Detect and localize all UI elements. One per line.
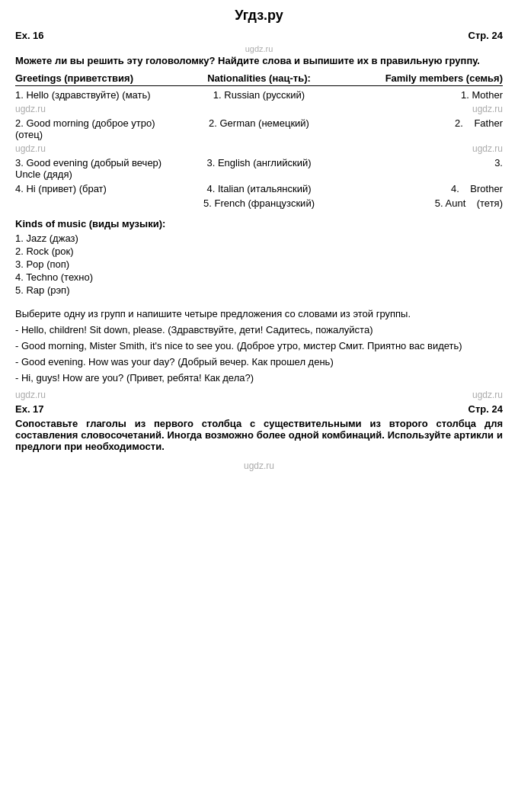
list-item: 2. Rock (рок) (15, 246, 503, 257)
watermark-mid2: ugdz.ru ugdz.ru (15, 143, 503, 154)
table-row: 4. Hi (привет) (брат) 4. Italian (италья… (15, 183, 503, 194)
cell-nationalities-5: 5. French (французский) (177, 197, 340, 209)
wm-left2: ugdz.ru (15, 143, 46, 154)
sentence-1: - Hello, children! Sit down, please. (Зд… (15, 324, 503, 335)
ex16-header: Ex. 16 Стр. 24 (15, 30, 503, 41)
cell-nationalities-3: 3. English (английский) (177, 157, 340, 168)
col-nationalities-header: Nationalities (нац-ть): (177, 72, 340, 84)
table-body: 1. Hello (здравствуйте) (мать) 1. Russia… (15, 89, 503, 209)
wm-bottom: ugdz.ru (244, 461, 274, 471)
cell-family-5: 5. Aunt (тетя) (341, 197, 503, 209)
list-item: 4. Techno (техно) (15, 271, 503, 283)
music-list: 1. Jazz (джаз) 2. Rock (рок) 3. Pop (поп… (15, 233, 503, 296)
ex17-label: Ex. 17 (15, 403, 44, 415)
col-family-header: Family members (семья) (341, 72, 503, 84)
table-header: Greetings (приветствия) Nationalities (н… (15, 72, 503, 86)
watermark-pre-ex17: ugdz.ru ugdz.ru (15, 390, 503, 400)
cell-family-3: 3. (341, 157, 503, 168)
cell-family-4: 4. Brother (341, 183, 503, 194)
cell-nationalities-2: 2. German (немецкий) (177, 117, 340, 129)
cell-family-2: 2. Father (341, 117, 503, 129)
site-header: Угдз.ру (15, 8, 503, 24)
ex17-page: Стр. 24 (468, 403, 503, 415)
table-row: 2. Good morning (доброе утро) (отец) 2. … (15, 117, 503, 140)
sentences-section: Выберите одну из групп и напишите четыре… (15, 308, 503, 384)
table-row: 3. Good evening (добрый вечер) Uncle (дя… (15, 157, 503, 180)
cell-greetings-2: 2. Good morning (доброе утро) (отец) (15, 117, 177, 140)
cell-greetings-1: 1. Hello (здравствуйте) (мать) (15, 89, 177, 101)
ex16-instruction: Можете ли вы решить эту головоломку? Най… (15, 55, 503, 66)
cell-nationalities-4: 4. Italian (итальянский) (177, 183, 340, 194)
music-section: Kinds of music (виды музыки): 1. Jazz (д… (15, 218, 503, 296)
wm-right-ex17: ugdz.ru (472, 390, 503, 400)
table-row: 5. French (французский) 5. Aunt (тетя) (15, 197, 503, 209)
table-row: 1. Hello (здравствуйте) (мать) 1. Russia… (15, 89, 503, 101)
sentence-4: - Hi, guys! How are you? (Привет, ребята… (15, 372, 503, 384)
watermark-bottom: ugdz.ru (15, 460, 503, 471)
wm-left: ugdz.ru (15, 104, 46, 114)
cell-nationalities-1: 1. Russian (русский) (177, 89, 340, 101)
col-greetings-header: Greetings (приветствия) (15, 72, 177, 84)
list-item: 3. Pop (поп) (15, 258, 503, 270)
cell-family-1: 1. Mother (341, 89, 503, 101)
watermark-mid1: ugdz.ru ugdz.ru (15, 104, 503, 114)
watermark-top: ugdz.ru (15, 44, 503, 53)
sentences-intro: Выберите одну из групп и напишите четыре… (15, 308, 503, 319)
site-title: Угдз.ру (15, 8, 503, 24)
wm-left-ex17: ugdz.ru (15, 390, 46, 400)
list-item: 1. Jazz (джаз) (15, 233, 503, 244)
sentence-2: - Good morning, Mister Smith, it's nice … (15, 340, 503, 351)
cell-greetings-4: 4. Hi (привет) (брат) (15, 183, 177, 194)
wm-right2: ugdz.ru (472, 143, 503, 154)
ex17-header: Ex. 17 Стр. 24 (15, 403, 503, 415)
ex17-instruction: Сопоставьте глаголы из первого столбца с… (15, 418, 503, 452)
wm-right: ugdz.ru (472, 104, 503, 114)
ex16-label: Ex. 16 (15, 30, 44, 41)
sentence-3: - Good evening. How was your day? (Добры… (15, 356, 503, 367)
music-title: Kinds of music (виды музыки): (15, 218, 503, 229)
ex16-page: Стр. 24 (468, 30, 503, 41)
list-item: 5. Rap (рэп) (15, 284, 503, 296)
cell-greetings-3: 3. Good evening (добрый вечер) Uncle (дя… (15, 157, 177, 180)
